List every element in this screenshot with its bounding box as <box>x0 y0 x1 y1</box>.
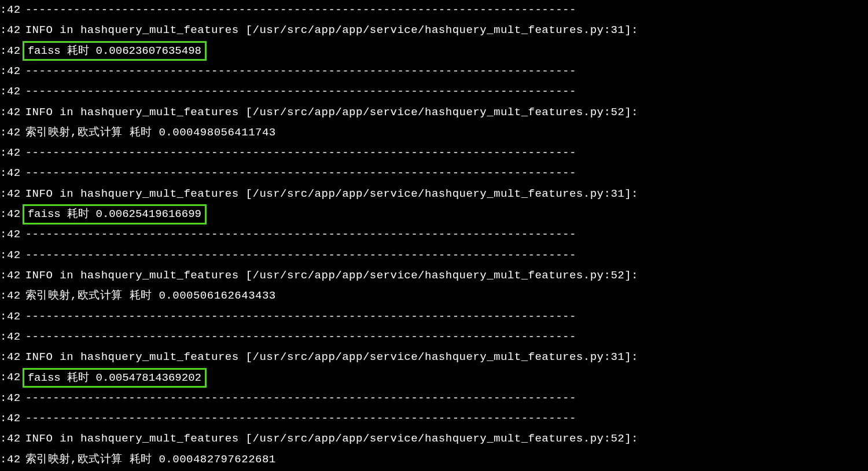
log-line: :42 ------------------------------------… <box>0 61 868 82</box>
timestamp: :42 <box>0 225 21 245</box>
divider: ----------------------------------------… <box>21 225 576 245</box>
log-line: :42 faiss 耗时 0.00547814369202 <box>0 367 868 388</box>
index-timing: 索引映射,欧式计算 耗时 0.000482797622681 <box>21 450 276 470</box>
log-line: :42 索引映射,欧式计算 耗时 0.000506162643433 <box>0 286 868 306</box>
info-message: INFO in hashquery_mult_features [/usr/sr… <box>21 102 638 123</box>
timestamp: :42 <box>0 367 21 388</box>
log-line: :42 ------------------------------------… <box>0 245 868 266</box>
info-message: INFO in hashquery_mult_features [/usr/sr… <box>21 347 638 367</box>
log-line: :42 ------------------------------------… <box>0 327 868 347</box>
log-line: :42 ------------------------------------… <box>0 82 868 102</box>
timestamp: :42 <box>0 429 21 449</box>
index-timing: 索引映射,欧式计算 耗时 0.000506162643433 <box>21 286 276 306</box>
info-message: INFO in hashquery_mult_features [/usr/sr… <box>21 266 638 286</box>
log-line: :42 ------------------------------------… <box>0 163 868 183</box>
faiss-timing-highlight: faiss 耗时 0.00623607635498 <box>23 41 207 61</box>
log-line: :42 INFO in hashquery_mult_features [/us… <box>0 266 868 286</box>
divider: ----------------------------------------… <box>21 163 576 183</box>
timestamp: :42 <box>0 245 21 266</box>
info-message: INFO in hashquery_mult_features [/usr/sr… <box>21 20 638 41</box>
log-line: :42 ------------------------------------… <box>0 409 868 429</box>
log-line: :42 ------------------------------------… <box>0 143 868 163</box>
log-line: :42 faiss 耗时 0.00625419616699 <box>0 204 868 225</box>
log-line: :42 ------------------------------------… <box>0 388 868 409</box>
log-line: :42 INFO in hashquery_mult_features [/us… <box>0 347 868 367</box>
log-line: :42 INFO in hashquery_mult_features [/us… <box>0 20 868 41</box>
timestamp: :42 <box>0 409 21 429</box>
timestamp: :42 <box>0 123 21 143</box>
index-timing: 索引映射,欧式计算 耗时 0.000498056411743 <box>21 123 276 143</box>
timestamp: :42 <box>0 0 21 20</box>
timestamp: :42 <box>0 102 21 123</box>
timestamp: :42 <box>0 450 21 470</box>
timestamp: :42 <box>0 184 21 204</box>
divider: ----------------------------------------… <box>21 307 576 327</box>
divider: ----------------------------------------… <box>21 61 576 82</box>
log-line: :42 faiss 耗时 0.00623607635498 <box>0 41 868 61</box>
terminal-output[interactable]: :42 ------------------------------------… <box>0 0 868 470</box>
info-message: INFO in hashquery_mult_features [/usr/sr… <box>21 429 638 449</box>
log-line: :42 索引映射,欧式计算 耗时 0.000498056411743 <box>0 123 868 143</box>
timestamp: :42 <box>0 286 21 306</box>
timestamp: :42 <box>0 307 21 327</box>
divider: ----------------------------------------… <box>21 409 576 429</box>
faiss-timing-highlight: faiss 耗时 0.00625419616699 <box>23 204 207 225</box>
log-line: :42 INFO in hashquery_mult_features [/us… <box>0 429 868 449</box>
timestamp: :42 <box>0 347 21 367</box>
timestamp: :42 <box>0 20 21 41</box>
log-line: :42 ------------------------------------… <box>0 0 868 20</box>
log-line: :42 ------------------------------------… <box>0 225 868 245</box>
divider: ----------------------------------------… <box>21 327 576 347</box>
timestamp: :42 <box>0 163 21 183</box>
log-line: :42 INFO in hashquery_mult_features [/us… <box>0 184 868 204</box>
divider: ----------------------------------------… <box>21 0 576 20</box>
timestamp: :42 <box>0 41 21 61</box>
divider: ----------------------------------------… <box>21 82 576 102</box>
timestamp: :42 <box>0 82 21 102</box>
divider: ----------------------------------------… <box>21 143 576 163</box>
timestamp: :42 <box>0 327 21 347</box>
divider: ----------------------------------------… <box>21 388 576 409</box>
timestamp: :42 <box>0 204 21 225</box>
log-line: :42 ------------------------------------… <box>0 306 868 326</box>
timestamp: :42 <box>0 143 21 163</box>
info-message: INFO in hashquery_mult_features [/usr/sr… <box>21 184 638 204</box>
timestamp: :42 <box>0 266 21 286</box>
log-line: :42 INFO in hashquery_mult_features [/us… <box>0 102 868 122</box>
timestamp: :42 <box>0 61 21 82</box>
faiss-timing-highlight: faiss 耗时 0.00547814369202 <box>23 368 207 388</box>
divider: ----------------------------------------… <box>21 245 576 266</box>
log-line: :42 索引映射,欧式计算 耗时 0.000482797622681 <box>0 450 868 470</box>
timestamp: :42 <box>0 388 21 409</box>
